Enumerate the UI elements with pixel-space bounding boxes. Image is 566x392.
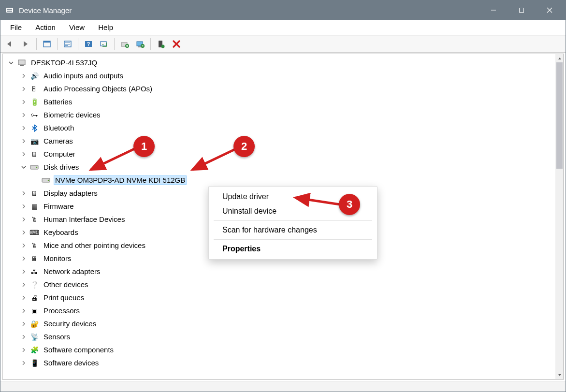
cpu-icon: ▣: [29, 306, 39, 315]
maximize-button[interactable]: [508, 0, 536, 20]
svg-point-26: [48, 179, 49, 181]
camera-icon: 📷: [29, 137, 39, 145]
svg-rect-0: [6, 8, 13, 13]
disk-icon: [41, 176, 51, 185]
chevron-right-icon[interactable]: [20, 229, 28, 236]
svg-rect-21: [18, 60, 25, 65]
chevron-right-icon[interactable]: [20, 320, 28, 328]
chevron-right-icon[interactable]: [20, 346, 28, 354]
toolbar-sep: [78, 38, 78, 50]
svg-point-24: [36, 166, 38, 168]
svg-line-28: [192, 148, 237, 170]
chevron-right-icon[interactable]: [20, 150, 28, 158]
scroll-up-button[interactable]: [555, 54, 564, 62]
chevron-right-icon[interactable]: [20, 111, 28, 119]
tree-node-sw-devices[interactable]: 📱 Software devices: [2, 356, 555, 369]
gpu-icon: 🖥: [29, 189, 39, 198]
forward-button[interactable]: [19, 37, 33, 51]
annotation-arrow-3: [290, 193, 344, 212]
tree-node-apo[interactable]: 🎚 Audio Processing Objects (APOs): [2, 82, 555, 95]
chevron-right-icon[interactable]: [20, 359, 28, 367]
scan-hardware-button[interactable]: [97, 37, 111, 51]
scroll-track[interactable]: [555, 62, 564, 371]
context-scan-hardware[interactable]: Scan for hardware changes: [209, 223, 377, 237]
bluetooth-icon: [29, 124, 39, 132]
svg-line-27: [91, 148, 135, 170]
selected-device-label: NVMe OM3PDP3-AD NVMe KDI 512GB: [54, 175, 187, 185]
menu-view[interactable]: View: [62, 21, 91, 33]
vertical-scrollbar[interactable]: [555, 54, 564, 379]
svg-text:?: ?: [87, 41, 90, 47]
chevron-down-icon[interactable]: [7, 59, 15, 67]
annotation-badge-3: 3: [339, 194, 360, 215]
toolbar-sep: [36, 38, 37, 50]
chevron-right-icon[interactable]: [20, 268, 28, 276]
chevron-right-icon[interactable]: [20, 307, 28, 315]
window-title: Device Manager: [19, 6, 72, 15]
chevron-right-icon[interactable]: [20, 85, 28, 93]
speaker-icon: 🔊: [29, 72, 39, 80]
chip-icon: ▦: [29, 202, 39, 211]
scroll-thumb[interactable]: [556, 62, 563, 169]
tree-node-other[interactable]: ❔ Other devices: [2, 278, 555, 291]
tree-node-audio-io[interactable]: 🔊 Audio inputs and outputs: [2, 69, 555, 82]
monitor-icon: 🖥: [29, 254, 39, 263]
menu-help[interactable]: Help: [91, 21, 120, 33]
chevron-right-icon[interactable]: [20, 216, 28, 223]
svg-rect-17: [138, 46, 141, 47]
chevron-right-icon[interactable]: [20, 242, 28, 249]
properties-button[interactable]: [60, 37, 75, 51]
chevron-down-icon[interactable]: [20, 163, 28, 171]
chevron-right-icon[interactable]: [20, 189, 28, 197]
svg-rect-22: [20, 65, 24, 66]
chevron-right-icon[interactable]: [20, 281, 28, 289]
tree-node-nvme-drive[interactable]: NVMe OM3PDP3-AD NVMe KDI 512GB: [2, 174, 555, 187]
disable-device-button[interactable]: [169, 37, 184, 51]
minimize-button[interactable]: [479, 0, 508, 20]
enable-device-button[interactable]: [154, 37, 168, 51]
keyboard-icon: ⌨: [29, 228, 39, 237]
tree-node-print[interactable]: 🖨 Print queues: [2, 291, 555, 304]
tree-node-batteries[interactable]: 🔋 Batteries: [2, 95, 555, 108]
device-icon: 📱: [29, 359, 39, 367]
svg-rect-3: [491, 10, 496, 11]
chevron-right-icon[interactable]: [20, 294, 28, 302]
tree-root[interactable]: DESKTOP-4L537JQ: [2, 56, 555, 69]
svg-rect-2: [7, 11, 12, 12]
chevron-right-icon[interactable]: [20, 72, 28, 80]
tree-node-security[interactable]: 🔐 Security devices: [2, 317, 555, 330]
statusbar: [0, 381, 566, 392]
tree-node-network[interactable]: 🖧 Network adapters: [2, 265, 555, 278]
hid-icon: 🖱: [29, 215, 39, 224]
tree-node-sw-components[interactable]: 🧩 Software components: [2, 343, 555, 356]
toolbar-sep: [150, 38, 151, 50]
update-driver-button[interactable]: [117, 37, 132, 51]
toolbar-sep: [57, 38, 58, 50]
uninstall-device-button[interactable]: [133, 37, 147, 51]
svg-point-20: [161, 45, 165, 48]
chevron-right-icon[interactable]: [20, 333, 28, 341]
tree-node-bluetooth[interactable]: Bluetooth: [2, 121, 555, 134]
chevron-right-icon[interactable]: [20, 98, 28, 106]
device-manager-window: Device Manager File Action View Help: [0, 0, 566, 392]
menu-file[interactable]: File: [3, 21, 29, 33]
tree-node-sensors[interactable]: 📡 Sensors: [2, 330, 555, 343]
help-button[interactable]: ?: [81, 37, 96, 51]
close-button[interactable]: [536, 0, 564, 20]
annotation-badge-1: 1: [133, 136, 155, 157]
back-button[interactable]: [3, 37, 18, 51]
chevron-right-icon[interactable]: [20, 203, 28, 210]
chevron-right-icon[interactable]: [20, 255, 28, 262]
menu-action[interactable]: Action: [29, 21, 62, 33]
tree-node-processors[interactable]: ▣ Processors: [2, 304, 555, 317]
scroll-down-button[interactable]: [555, 371, 564, 379]
svg-rect-6: [44, 41, 50, 43]
chevron-right-icon[interactable]: [20, 137, 28, 145]
chevron-right-icon[interactable]: [20, 124, 28, 132]
show-hidden-button[interactable]: [40, 37, 54, 51]
tree-node-biometric[interactable]: 🗝 Biometric devices: [2, 108, 555, 121]
annotation-badge-2: 2: [233, 136, 255, 157]
context-properties[interactable]: Properties: [209, 242, 377, 256]
network-icon: 🖧: [29, 267, 39, 276]
fingerprint-icon: 🗝: [29, 111, 39, 119]
